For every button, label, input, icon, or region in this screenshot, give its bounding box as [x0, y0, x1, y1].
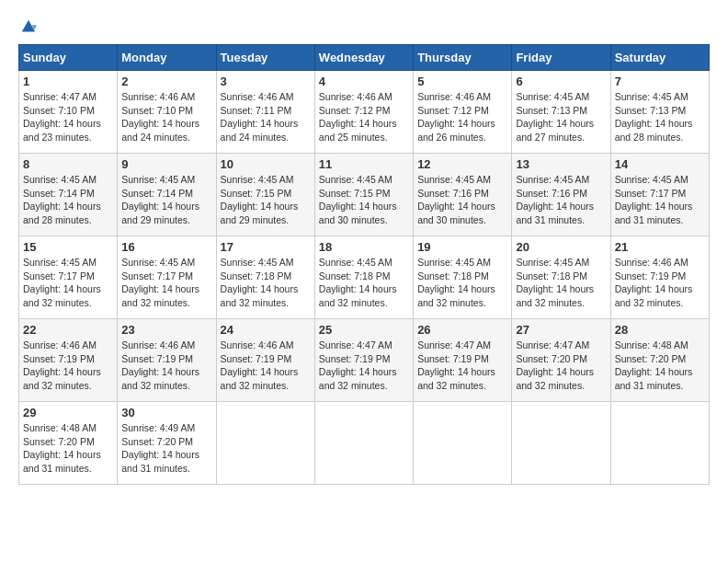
calendar-cell: 18Sunrise: 4:45 AM Sunset: 7:18 PM Dayli…	[314, 236, 413, 319]
calendar-cell: 4Sunrise: 4:46 AM Sunset: 7:12 PM Daylig…	[314, 71, 413, 154]
day-info: Sunrise: 4:46 AM Sunset: 7:19 PM Dayligh…	[23, 339, 113, 393]
calendar-cell: 26Sunrise: 4:47 AM Sunset: 7:19 PM Dayli…	[414, 319, 512, 402]
day-number: 27	[516, 323, 606, 337]
weekday-monday: Monday	[118, 45, 216, 71]
calendar-cell: 8Sunrise: 4:45 AM Sunset: 7:14 PM Daylig…	[19, 154, 118, 236]
calendar-cell: 30Sunrise: 4:49 AM Sunset: 7:20 PM Dayli…	[118, 402, 216, 485]
day-number: 26	[417, 323, 507, 337]
day-info: Sunrise: 4:45 AM Sunset: 7:18 PM Dayligh…	[319, 256, 409, 310]
calendar-body: 1Sunrise: 4:47 AM Sunset: 7:10 PM Daylig…	[19, 71, 710, 485]
calendar-cell: 6Sunrise: 4:45 AM Sunset: 7:13 PM Daylig…	[512, 71, 610, 154]
day-number: 22	[23, 323, 113, 337]
day-info: Sunrise: 4:45 AM Sunset: 7:16 PM Dayligh…	[516, 173, 606, 227]
day-number: 8	[23, 157, 113, 171]
calendar: SundayMondayTuesdayWednesdayThursdayFrid…	[18, 44, 710, 485]
calendar-cell: 1Sunrise: 4:47 AM Sunset: 7:10 PM Daylig…	[19, 71, 118, 154]
day-info: Sunrise: 4:47 AM Sunset: 7:10 PM Dayligh…	[23, 90, 113, 144]
week-row-4: 22Sunrise: 4:46 AM Sunset: 7:19 PM Dayli…	[19, 319, 710, 402]
calendar-cell: 10Sunrise: 4:45 AM Sunset: 7:15 PM Dayli…	[216, 154, 314, 236]
day-number: 3	[221, 75, 311, 88]
calendar-cell: 16Sunrise: 4:45 AM Sunset: 7:17 PM Dayli…	[118, 236, 216, 319]
day-info: Sunrise: 4:45 AM Sunset: 7:15 PM Dayligh…	[319, 173, 409, 227]
calendar-cell	[314, 402, 413, 485]
week-row-2: 8Sunrise: 4:45 AM Sunset: 7:14 PM Daylig…	[19, 154, 710, 236]
header	[18, 18, 710, 35]
day-info: Sunrise: 4:45 AM Sunset: 7:18 PM Dayligh…	[417, 256, 507, 310]
day-info: Sunrise: 4:47 AM Sunset: 7:19 PM Dayligh…	[417, 339, 507, 393]
day-number: 14	[615, 157, 705, 171]
day-info: Sunrise: 4:45 AM Sunset: 7:13 PM Dayligh…	[615, 90, 705, 144]
calendar-cell: 29Sunrise: 4:48 AM Sunset: 7:20 PM Dayli…	[19, 402, 118, 485]
day-number: 21	[615, 240, 705, 254]
day-info: Sunrise: 4:46 AM Sunset: 7:19 PM Dayligh…	[615, 256, 705, 310]
day-info: Sunrise: 4:47 AM Sunset: 7:20 PM Dayligh…	[516, 339, 606, 393]
calendar-cell: 22Sunrise: 4:46 AM Sunset: 7:19 PM Dayli…	[19, 319, 118, 402]
day-info: Sunrise: 4:46 AM Sunset: 7:19 PM Dayligh…	[221, 339, 311, 393]
calendar-cell: 20Sunrise: 4:45 AM Sunset: 7:18 PM Dayli…	[512, 236, 610, 319]
calendar-cell: 11Sunrise: 4:45 AM Sunset: 7:15 PM Dayli…	[314, 154, 413, 236]
day-number: 17	[221, 240, 311, 254]
day-number: 20	[516, 240, 606, 254]
day-number: 25	[319, 323, 409, 337]
day-number: 2	[121, 75, 211, 88]
calendar-cell	[512, 402, 610, 485]
calendar-cell: 27Sunrise: 4:47 AM Sunset: 7:20 PM Dayli…	[512, 319, 610, 402]
calendar-cell: 28Sunrise: 4:48 AM Sunset: 7:20 PM Dayli…	[610, 319, 709, 402]
weekday-saturday: Saturday	[610, 45, 709, 71]
logo-icon	[20, 18, 37, 35]
calendar-cell	[610, 402, 709, 485]
calendar-cell: 15Sunrise: 4:45 AM Sunset: 7:17 PM Dayli…	[19, 236, 118, 319]
day-number: 6	[516, 75, 606, 88]
day-info: Sunrise: 4:46 AM Sunset: 7:11 PM Dayligh…	[221, 90, 311, 144]
logo	[18, 18, 37, 35]
calendar-cell: 2Sunrise: 4:46 AM Sunset: 7:10 PM Daylig…	[118, 71, 216, 154]
calendar-cell	[216, 402, 314, 485]
weekday-sunday: Sunday	[19, 45, 118, 71]
day-info: Sunrise: 4:45 AM Sunset: 7:18 PM Dayligh…	[516, 256, 606, 310]
day-number: 1	[23, 75, 113, 88]
day-number: 30	[121, 406, 211, 419]
day-info: Sunrise: 4:45 AM Sunset: 7:17 PM Dayligh…	[23, 256, 113, 310]
day-info: Sunrise: 4:45 AM Sunset: 7:15 PM Dayligh…	[221, 173, 311, 227]
day-info: Sunrise: 4:49 AM Sunset: 7:20 PM Dayligh…	[121, 421, 211, 476]
day-number: 19	[417, 240, 507, 254]
weekday-friday: Friday	[512, 45, 610, 71]
day-info: Sunrise: 4:46 AM Sunset: 7:19 PM Dayligh…	[121, 339, 211, 393]
day-number: 11	[319, 157, 409, 171]
day-info: Sunrise: 4:45 AM Sunset: 7:14 PM Dayligh…	[121, 173, 211, 227]
day-info: Sunrise: 4:45 AM Sunset: 7:17 PM Dayligh…	[615, 173, 705, 227]
calendar-cell: 7Sunrise: 4:45 AM Sunset: 7:13 PM Daylig…	[610, 71, 709, 154]
week-row-3: 15Sunrise: 4:45 AM Sunset: 7:17 PM Dayli…	[19, 236, 710, 319]
calendar-cell: 21Sunrise: 4:46 AM Sunset: 7:19 PM Dayli…	[610, 236, 709, 319]
calendar-cell: 17Sunrise: 4:45 AM Sunset: 7:18 PM Dayli…	[216, 236, 314, 319]
day-number: 9	[121, 157, 211, 171]
calendar-cell: 5Sunrise: 4:46 AM Sunset: 7:12 PM Daylig…	[414, 71, 512, 154]
day-info: Sunrise: 4:48 AM Sunset: 7:20 PM Dayligh…	[23, 421, 113, 476]
day-number: 15	[23, 240, 113, 254]
day-info: Sunrise: 4:46 AM Sunset: 7:12 PM Dayligh…	[417, 90, 507, 144]
weekday-wednesday: Wednesday	[314, 45, 413, 71]
calendar-cell: 13Sunrise: 4:45 AM Sunset: 7:16 PM Dayli…	[512, 154, 610, 236]
week-row-1: 1Sunrise: 4:47 AM Sunset: 7:10 PM Daylig…	[19, 71, 710, 154]
day-number: 13	[516, 157, 606, 171]
day-number: 16	[121, 240, 211, 254]
calendar-cell: 12Sunrise: 4:45 AM Sunset: 7:16 PM Dayli…	[414, 154, 512, 236]
day-number: 23	[121, 323, 211, 337]
day-number: 18	[319, 240, 409, 254]
day-number: 5	[417, 75, 507, 88]
day-number: 12	[417, 157, 507, 171]
day-info: Sunrise: 4:45 AM Sunset: 7:14 PM Dayligh…	[23, 173, 113, 227]
day-info: Sunrise: 4:45 AM Sunset: 7:17 PM Dayligh…	[121, 256, 211, 310]
weekday-tuesday: Tuesday	[216, 45, 314, 71]
calendar-cell: 25Sunrise: 4:47 AM Sunset: 7:19 PM Dayli…	[314, 319, 413, 402]
day-number: 7	[615, 75, 705, 88]
day-number: 24	[221, 323, 311, 337]
calendar-cell: 19Sunrise: 4:45 AM Sunset: 7:18 PM Dayli…	[414, 236, 512, 319]
day-info: Sunrise: 4:45 AM Sunset: 7:16 PM Dayligh…	[417, 173, 507, 227]
day-info: Sunrise: 4:45 AM Sunset: 7:18 PM Dayligh…	[221, 256, 311, 310]
calendar-cell: 24Sunrise: 4:46 AM Sunset: 7:19 PM Dayli…	[216, 319, 314, 402]
day-info: Sunrise: 4:47 AM Sunset: 7:19 PM Dayligh…	[319, 339, 409, 393]
calendar-cell: 3Sunrise: 4:46 AM Sunset: 7:11 PM Daylig…	[216, 71, 314, 154]
calendar-cell: 14Sunrise: 4:45 AM Sunset: 7:17 PM Dayli…	[610, 154, 709, 236]
day-info: Sunrise: 4:48 AM Sunset: 7:20 PM Dayligh…	[615, 339, 705, 393]
